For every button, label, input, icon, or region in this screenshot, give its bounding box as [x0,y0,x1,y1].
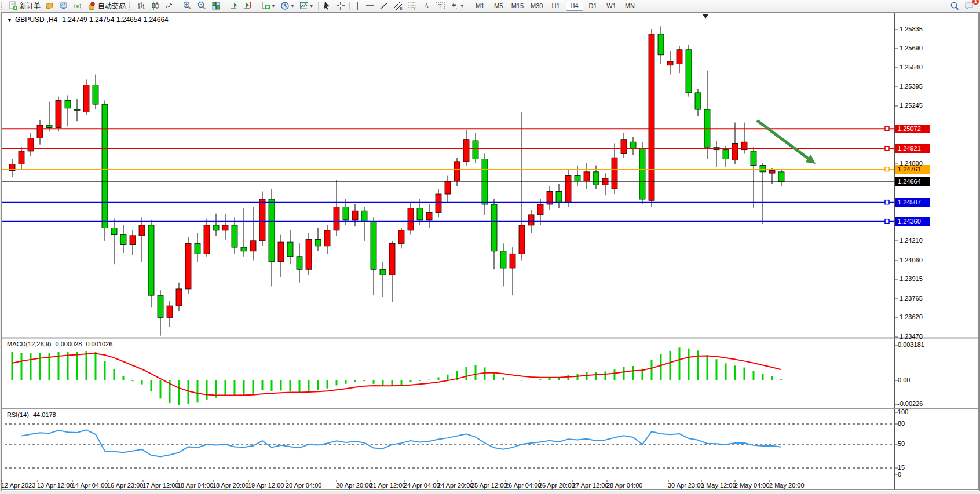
candle [454,162,460,181]
candle [519,225,525,254]
candle [324,230,330,246]
candle [37,125,43,138]
candle [584,172,590,181]
candle [83,85,89,112]
line-handle[interactable] [885,127,889,131]
candle [130,236,136,245]
candle [556,192,562,202]
candle [575,176,580,181]
line-handle[interactable] [885,147,889,151]
candle [74,109,80,110]
candle [500,251,506,268]
candle [593,172,599,185]
candle [380,269,386,275]
candle [630,142,636,148]
candle [408,208,414,230]
candle [537,204,543,215]
candle [621,140,627,154]
candle [185,243,191,289]
candle [667,61,673,65]
mt4-window: 新订单 自动交易 [0,0,980,494]
candle [695,93,701,109]
candle [371,221,376,269]
candle [639,148,645,199]
candle [195,243,200,254]
candle [658,34,664,55]
candle [287,242,293,257]
candle [93,85,98,104]
candle [649,34,654,200]
line-handle[interactable] [885,167,889,171]
candle [315,240,321,246]
candle [213,225,219,230]
candle [445,181,451,194]
candle [473,141,478,159]
candle [176,289,182,306]
candle [334,207,339,230]
candle [259,199,265,241]
candle [306,240,312,270]
candle [241,247,247,251]
candle [389,243,395,275]
candle [769,171,775,173]
candle [723,150,729,159]
candle [250,241,256,251]
candle [278,242,284,262]
line-handle[interactable] [885,219,889,224]
candle [269,199,275,262]
candle [148,225,154,295]
candle [352,211,358,220]
candle [297,257,302,269]
candle [677,50,682,64]
candle [686,50,692,93]
candle [732,143,738,160]
candle [417,208,423,220]
candle [612,158,617,189]
candle [436,194,441,212]
candle [167,306,173,317]
candle [120,235,126,245]
candle [111,228,117,234]
candle [565,176,571,202]
candle [463,140,469,162]
candle [46,125,52,127]
candle [65,100,71,108]
line-handle[interactable] [885,200,889,204]
candle [426,212,432,219]
candle [102,104,108,228]
candle [204,225,210,254]
chart-canvas[interactable] [0,0,980,494]
candle [139,225,145,236]
candle [751,151,756,166]
candle [19,151,24,164]
candle [56,100,61,127]
candle [361,211,367,221]
candle [491,204,497,251]
candle [158,295,163,317]
candle [343,207,349,219]
candle [28,138,34,151]
candle [222,225,228,230]
candle [510,254,515,268]
candle [778,172,784,182]
candle [232,225,237,247]
candle [398,230,404,243]
candle [528,215,534,225]
